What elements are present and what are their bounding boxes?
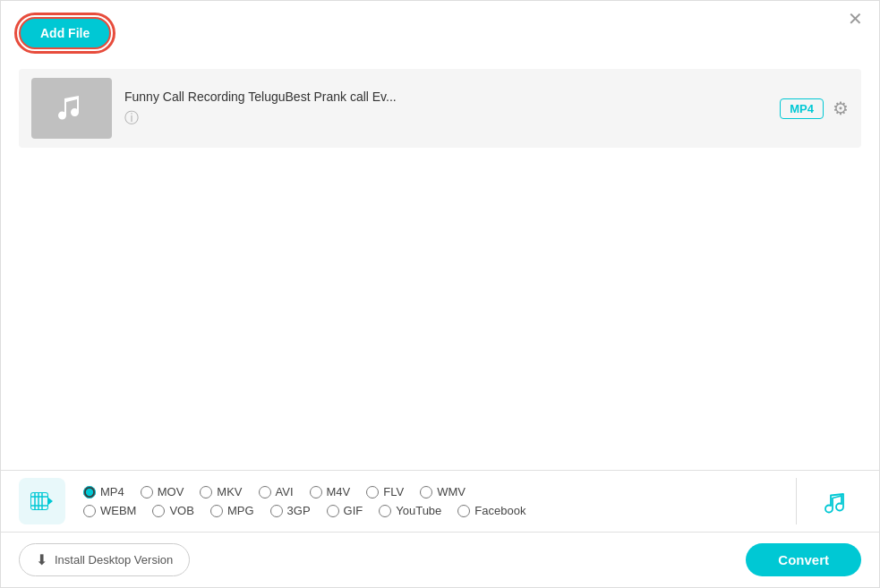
bottom-section: MP4 MOV MKV AVI M4V FLV xyxy=(1,470,879,587)
file-thumbnail xyxy=(31,78,112,139)
install-desktop-button[interactable]: ⬇ Install Desktop Version xyxy=(19,543,190,576)
file-item: Funny Call Recording TeluguBest Prank ca… xyxy=(19,69,861,148)
file-list: Funny Call Recording TeluguBest Prank ca… xyxy=(1,62,879,470)
footer-bar: ⬇ Install Desktop Version Convert xyxy=(1,533,879,587)
format-mpg[interactable]: MPG xyxy=(210,504,254,517)
format-badge: MP4 xyxy=(780,98,824,119)
format-gif[interactable]: GIF xyxy=(327,504,363,517)
video-format-icon-box[interactable] xyxy=(19,478,65,524)
format-3gp[interactable]: 3GP xyxy=(270,504,311,517)
file-name: Funny Call Recording TeluguBest Prank ca… xyxy=(124,89,767,104)
convert-button[interactable]: Convert xyxy=(746,543,861,576)
file-actions: MP4 ⚙ xyxy=(780,98,849,119)
audio-format-icon-box[interactable] xyxy=(815,478,861,524)
format-youtube[interactable]: YouTube xyxy=(379,504,441,517)
format-bar: MP4 MOV MKV AVI M4V FLV xyxy=(1,471,879,533)
svg-rect-1 xyxy=(31,493,47,509)
format-facebook[interactable]: Facebook xyxy=(457,504,525,517)
info-icon[interactable]: ⓘ xyxy=(124,109,767,128)
format-mkv[interactable]: MKV xyxy=(200,485,242,499)
music-note-icon xyxy=(54,90,90,126)
add-file-button[interactable]: Add File xyxy=(19,17,111,49)
top-bar: Add File xyxy=(1,1,879,62)
format-avi[interactable]: AVI xyxy=(259,485,294,499)
format-row-1: MP4 MOV MKV AVI M4V FLV xyxy=(83,485,778,499)
format-vob[interactable]: VOB xyxy=(152,504,193,517)
video-icon xyxy=(30,489,55,514)
svg-marker-7 xyxy=(48,498,53,505)
settings-icon[interactable]: ⚙ xyxy=(833,98,849,119)
format-flv[interactable]: FLV xyxy=(366,485,404,499)
audio-icon xyxy=(824,487,852,516)
file-info: Funny Call Recording TeluguBest Prank ca… xyxy=(124,89,767,128)
install-label: Install Desktop Version xyxy=(55,553,173,567)
main-window: ✕ Add File Funny Call Recording TeluguBe… xyxy=(0,0,880,588)
format-divider xyxy=(796,478,797,524)
format-wmv[interactable]: WMV xyxy=(420,485,466,499)
format-row-2: WEBM VOB MPG 3GP GIF YouT xyxy=(83,504,778,517)
format-mp4[interactable]: MP4 xyxy=(83,485,124,499)
format-mov[interactable]: MOV xyxy=(141,485,184,499)
format-m4v[interactable]: M4V xyxy=(310,485,351,499)
download-icon: ⬇ xyxy=(36,551,47,568)
format-webm[interactable]: WEBM xyxy=(83,504,136,517)
